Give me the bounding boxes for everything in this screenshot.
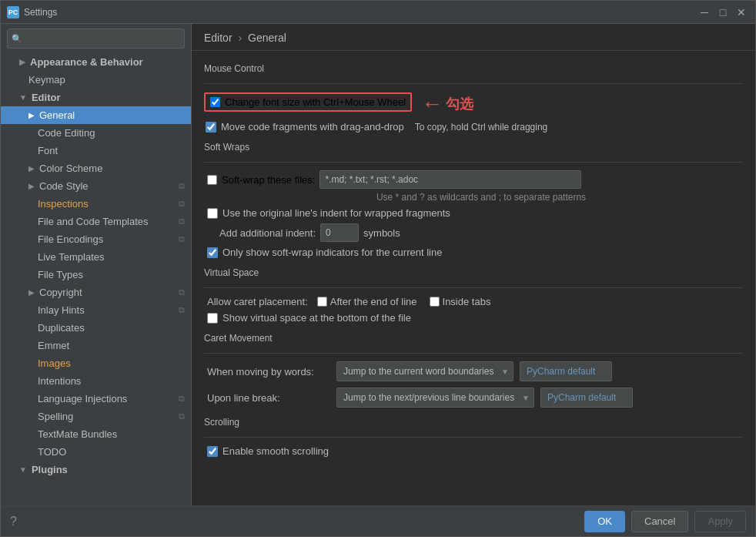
original-indent-label: Use the original line's indent for wrapp… [222,207,450,219]
app-icon: PC [7,6,19,18]
sidebar-item-label: Plugins [32,464,68,475]
smooth-scrolling-checkbox[interactable] [207,446,218,457]
soft-wrap-files-checkbox[interactable] [207,175,217,185]
sidebar-item-language-injections[interactable]: Language Injections ⧉ [1,390,191,408]
when-moving-dropdown[interactable]: Jump to the current word boundaries [336,361,513,381]
right-panel: Editor › General Mouse Control Change fo… [192,24,755,505]
upon-line-dropdown-wrapper: Jump to the next/previous line boundarie… [336,388,534,408]
sidebar-item-textmate-bundles[interactable]: TextMate Bundles [1,425,191,443]
breadcrumb-parent: Editor [204,32,232,44]
sidebar-item-color-scheme[interactable]: ▶ Color Scheme [1,159,191,177]
copy-icon: ⧉ [179,181,185,191]
caret-placement-group: After the end of line Inside tabs [317,296,491,307]
sidebar-item-live-templates[interactable]: Live Templates [1,248,191,266]
copy-icon: ⧉ [179,305,185,315]
after-end-checkbox[interactable] [317,297,327,307]
sidebar-item-label: Inlay Hints [38,304,85,316]
window-title: Settings [24,7,697,18]
sidebar-item-code-style[interactable]: ▶ Code Style ⧉ [1,177,191,195]
copy-icon: ⧉ [179,216,185,227]
copy-icon: ⧉ [179,199,185,209]
ok-button[interactable]: OK [584,511,625,532]
sidebar-item-font[interactable]: Font [1,142,191,159]
when-moving-row: When moving by words: Jump to the curren… [207,361,743,381]
upon-line-dropdown[interactable]: Jump to the next/previous line boundarie… [336,388,534,408]
sidebar-item-label: Editor [32,92,61,103]
maximize-button[interactable]: □ [715,5,731,20]
only-show-checkbox[interactable] [207,247,218,258]
sidebar: 🔍 ▶ Appearance & Behavior Keymap ▼ Edito… [1,24,192,505]
after-end-item: After the end of line [317,296,417,307]
sidebar-item-file-encodings[interactable]: File Encodings ⧉ [1,230,191,248]
sidebar-item-inlay-hints[interactable]: Inlay Hints ⧉ [1,301,191,319]
sidebar-item-images[interactable]: Images [1,354,191,372]
title-bar: PC Settings ─ □ ✕ [1,1,755,24]
when-moving-label: When moving by words: [207,366,330,378]
apply-button[interactable]: Apply [694,511,746,532]
help-icon[interactable]: ? [10,515,17,529]
sidebar-item-emmet[interactable]: Emmet [1,337,191,354]
breadcrumb: Editor › General [204,32,743,44]
mouse-control-row: Change font size with Ctrl+Mouse Wheel ←… [204,92,743,116]
inside-tabs-label: Inside tabs [443,296,491,307]
sidebar-item-label: Inspections [38,198,89,210]
sidebar-item-label: Keymap [28,74,65,86]
search-input[interactable] [7,29,185,49]
sidebar-item-label: Appearance & Behavior [30,56,143,68]
original-indent-row: Use the original line's indent for wrapp… [207,207,743,219]
sidebar-item-plugins[interactable]: ▼ Plugins [1,461,191,478]
original-indent-checkbox[interactable] [207,208,218,219]
caret-movement-title: Caret Movement [204,333,743,344]
sidebar-item-inspections[interactable]: Inspections ⧉ [1,195,191,213]
sidebar-item-spelling[interactable]: Spelling ⧉ [1,408,191,425]
sidebar-list: ▶ Appearance & Behavior Keymap ▼ Editor … [1,53,191,505]
only-show-row: Only show soft-wrap indicators for the c… [207,247,743,258]
sidebar-item-general[interactable]: ▶ General [1,106,191,124]
add-indent-input[interactable] [320,223,359,242]
smooth-scrolling-label: Enable smooth scrolling [222,445,329,457]
after-end-label: After the end of line [330,296,417,307]
sidebar-item-intentions[interactable]: Intentions [1,372,191,390]
cancel-button[interactable]: Cancel [631,511,688,532]
sidebar-item-label: TODO [38,446,66,458]
change-font-checkbox[interactable] [210,97,220,107]
show-virtual-checkbox[interactable] [207,313,218,324]
copy-icon: ⧉ [179,234,185,244]
copy-icon: ⧉ [179,411,185,421]
panel-header: Editor › General [192,24,755,51]
sidebar-item-file-types[interactable]: File Types [1,266,191,284]
sidebar-item-label: Font [38,145,58,156]
sidebar-item-appearance[interactable]: ▶ Appearance & Behavior [1,53,191,71]
when-moving-dropdown-wrapper: Jump to the current word boundaries ▼ [336,361,513,381]
move-code-label: Move code fragments with drag-and-drop [221,121,404,133]
sidebar-item-editor[interactable]: ▼ Editor [1,89,191,106]
close-button[interactable]: ✕ [734,5,749,20]
sidebar-item-label: Emmet [38,340,69,351]
sidebar-item-todo[interactable]: TODO [1,443,191,461]
sidebar-item-label: General [39,109,75,121]
minimize-button[interactable]: ─ [697,5,712,20]
sidebar-item-label: Color Scheme [39,163,102,174]
panel-body: Mouse Control Change font size with Ctrl… [192,51,755,505]
move-code-checkbox[interactable] [206,122,216,133]
sidebar-item-keymap[interactable]: Keymap [1,71,191,89]
move-code-hint: To copy, hold Ctrl while dragging [415,122,548,133]
scrolling-title: Scrolling [204,417,743,428]
soft-wrap-hint: Use * and ? as wildcards and ; to separa… [219,192,743,203]
soft-wraps-title: Soft Wraps [204,142,743,153]
breadcrumb-sep: › [238,32,242,44]
section-divider-5 [204,437,743,438]
section-divider-3 [204,287,743,288]
inside-tabs-checkbox[interactable] [430,297,440,307]
upon-line-label: Upon line break: [207,392,330,404]
soft-wrap-files-input[interactable] [319,170,581,189]
sidebar-item-duplicates[interactable]: Duplicates [1,319,191,337]
arrow-icon: ▶ [28,288,35,297]
search-icon: 🔍 [12,34,22,44]
sidebar-item-label: TextMate Bundles [38,428,117,440]
sidebar-item-file-code-templates[interactable]: File and Code Templates ⧉ [1,213,191,230]
sidebar-item-code-editing[interactable]: Code Editing [1,124,191,142]
settings-window: PC Settings ─ □ ✕ 🔍 ▶ Appearance & Behav… [0,0,756,537]
arrow-icon: ▶ [28,111,35,119]
sidebar-item-copyright[interactable]: ▶ Copyright ⧉ [1,284,191,301]
